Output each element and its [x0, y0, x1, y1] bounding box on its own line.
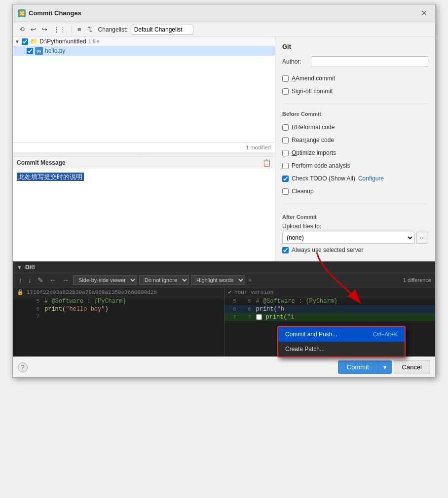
- reformat-code-label: RReformat code: [292, 124, 335, 131]
- commit-button[interactable]: Commit: [338, 360, 378, 374]
- tree-arrow-icon: ▼: [15, 39, 20, 44]
- reformat-code-checkbox[interactable]: [282, 124, 289, 131]
- diff-toolbar: ↑ ↓ ✎ ← → Side-by-side viewer Do not ign…: [13, 273, 435, 287]
- commit-message-area: Commit Message 📋 此处填写提交时的说明: [13, 157, 275, 262]
- check-icon: ✔: [228, 289, 232, 295]
- author-row: Author:: [282, 56, 428, 67]
- bottom-bar: ? Commit ▼ Cancel: [13, 356, 435, 377]
- toolbar-collapse-icon[interactable]: ⇅: [85, 24, 95, 35]
- modified-count: 1 modified: [13, 142, 275, 153]
- commit-and-push-item[interactable]: Commit and Push... Ctrl+Alt+K: [278, 327, 405, 342]
- diff-up-button[interactable]: ↑: [17, 275, 24, 285]
- toolbar-refresh-icon[interactable]: ⟲: [17, 24, 27, 35]
- tree-file-checkbox[interactable]: [27, 48, 33, 54]
- optimize-imports-row: Optimize imports: [282, 149, 428, 156]
- commit-message-content[interactable]: 此处填写提交时的说明: [13, 169, 275, 262]
- drag-handle[interactable]: · · · · ·: [13, 153, 275, 157]
- amend-commit-label: AAmend commit: [292, 75, 335, 82]
- toolbar-undo-icon[interactable]: ↩: [28, 24, 38, 35]
- tree-file-row[interactable]: py hello.py: [13, 46, 275, 56]
- diff-hash: 1710f22c03a622b30a79a969a1350e3660800d2b: [27, 289, 157, 295]
- close-button[interactable]: ✕: [418, 7, 430, 19]
- file-tree[interactable]: ▼ 📁 D:\Python\untitled 1 file py hello.p…: [13, 37, 275, 142]
- help-button[interactable]: ?: [18, 362, 28, 372]
- cancel-button[interactable]: Cancel: [394, 360, 430, 374]
- python-file-icon: py: [35, 47, 43, 55]
- upload-row: (none) ···: [282, 232, 428, 244]
- check-todo-checkbox[interactable]: [282, 176, 289, 182]
- changelist-label: Changelist:: [98, 26, 128, 33]
- diff-right-label: Your version: [234, 289, 273, 295]
- upload-browse-button[interactable]: ···: [416, 232, 428, 244]
- upload-select[interactable]: (none): [282, 232, 414, 244]
- perform-analysis-checkbox[interactable]: [282, 163, 289, 169]
- signoff-commit-label: Sign-off commit: [292, 88, 333, 95]
- optimize-imports-checkbox[interactable]: [282, 150, 289, 156]
- diff-down-button[interactable]: ↓: [26, 275, 34, 285]
- configure-link[interactable]: Configure: [358, 175, 384, 182]
- always-use-server-label: Always use selected server: [292, 247, 363, 253]
- toolbar: ⟲ ↩ ↪ ⋮⋮ ≡ ⇅ Changelist: Default Changel…: [13, 22, 435, 37]
- toolbar-expand-icon[interactable]: ≡: [75, 24, 84, 35]
- commit-message-label: Commit Message: [17, 159, 66, 166]
- perform-analysis-row: Perform code analysis: [282, 162, 428, 169]
- diff-right-line-2: 6 6 print("h: [224, 305, 436, 313]
- diff-edit-button[interactable]: ✎: [36, 275, 45, 285]
- dialog-icon: 🔀: [18, 9, 26, 17]
- action-buttons: Commit ▼ Cancel: [338, 360, 430, 374]
- changelist-select[interactable]: Default Changelist: [131, 25, 193, 35]
- rearrange-code-label: Rearrange code: [292, 137, 334, 143]
- rearrange-code-checkbox[interactable]: [282, 137, 289, 143]
- diff-line-checkbox[interactable]: [256, 314, 262, 320]
- diff-ignore-select[interactable]: Do not ignore: [139, 275, 189, 285]
- before-commit-label: Before Commit: [282, 111, 428, 117]
- author-input[interactable]: [311, 56, 428, 67]
- cleanup-label: Cleanup: [292, 188, 314, 195]
- commit-message-header: Commit Message 📋: [13, 157, 275, 169]
- commit-push-shortcut: Ctrl+Alt+K: [373, 331, 398, 337]
- always-use-server-checkbox[interactable]: [282, 247, 289, 253]
- diff-count: 1 difference: [403, 277, 431, 283]
- right-panel: Git Author: AAmend commit Sign-off commi…: [275, 37, 435, 261]
- upload-files-label: Upload files to:: [282, 223, 428, 230]
- check-todo-row: Check TODO (Show All) Configure: [282, 175, 428, 182]
- diff-arrow: ▼: [17, 264, 22, 270]
- context-menu: Commit and Push... Ctrl+Alt+K Create Pat…: [277, 326, 406, 357]
- diff-more-options-icon: »: [248, 277, 252, 284]
- tree-filename: hello.py: [45, 47, 65, 54]
- commit-and-push-label: Commit and Push...: [285, 331, 337, 338]
- toolbar-separator: [72, 25, 72, 34]
- amend-commit-checkbox[interactable]: [282, 75, 289, 82]
- after-commit-label: After Commit: [282, 214, 428, 220]
- diff-highlight-select[interactable]: Highlight words: [191, 275, 245, 285]
- toolbar-redo-icon[interactable]: ↪: [39, 24, 50, 35]
- diff-back-button[interactable]: ←: [47, 275, 58, 285]
- toolbar-group-icon[interactable]: ⋮⋮: [51, 24, 69, 35]
- diff-viewer-select[interactable]: Side-by-side viewer: [73, 275, 137, 285]
- cleanup-checkbox[interactable]: [282, 188, 289, 195]
- title-bar: 🔀 Commit Changes ✕: [13, 4, 435, 22]
- tree-file-count: 1 file: [88, 38, 100, 44]
- optimize-imports-label: Optimize imports: [292, 149, 336, 156]
- create-patch-item[interactable]: Create Patch...: [278, 342, 405, 356]
- perform-analysis-label: Perform code analysis: [292, 162, 350, 169]
- commit-message-icon[interactable]: 📋: [262, 159, 271, 167]
- dialog-title: Commit Changes: [29, 9, 81, 17]
- lock-icon: 🔒: [17, 289, 24, 295]
- diff-forward-button[interactable]: →: [60, 275, 71, 285]
- commit-changes-dialog: 🔀 Commit Changes ✕ ⟲ ↩ ↪ ⋮⋮ ≡ ⇅ Changeli…: [12, 4, 436, 378]
- commit-dropdown-button[interactable]: ▼: [378, 360, 392, 374]
- signoff-commit-checkbox[interactable]: [282, 88, 289, 95]
- tree-parent-checkbox[interactable]: [22, 38, 28, 45]
- tree-parent-label: D:\Python\untitled: [39, 38, 86, 45]
- diff-left-line-2: 6 print("hello boy"): [13, 305, 224, 313]
- tree-parent-row[interactable]: ▼ 📁 D:\Python\untitled 1 file: [13, 37, 275, 46]
- amend-commit-row: AAmend commit: [282, 75, 428, 82]
- diff-left-line-3: 7: [13, 313, 224, 320]
- diff-left-panel: 🔒 1710f22c03a622b30a79a969a1350e3660800d…: [13, 287, 224, 356]
- commit-split-button: Commit ▼: [338, 360, 392, 374]
- folder-icon: 📁: [30, 38, 37, 45]
- reformat-code-row: RReformat code: [282, 124, 428, 131]
- git-section-title: Git: [282, 43, 428, 50]
- always-use-server-row: Always use selected server: [282, 247, 428, 253]
